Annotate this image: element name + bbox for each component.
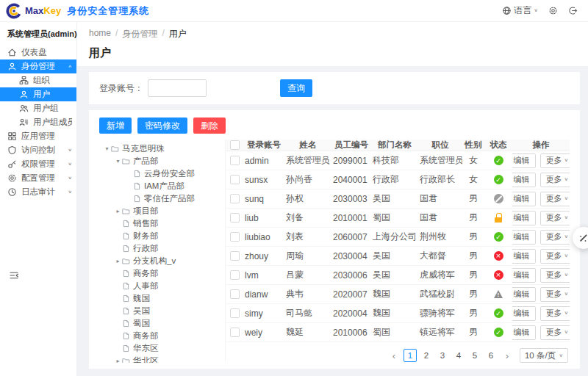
caret-icon[interactable]: ▾: [103, 145, 111, 152]
page-number[interactable]: 2: [420, 349, 433, 362]
row-checkbox[interactable]: [230, 156, 240, 165]
next-page-button[interactable]: ›: [501, 349, 514, 362]
caret-icon[interactable]: ▸: [114, 208, 122, 214]
col-position: 职位: [418, 140, 462, 151]
sidebar-item[interactable]: 用户: [0, 87, 76, 101]
page-size-select[interactable]: 10 条/页 ∨: [520, 348, 568, 363]
cell-login-account: sunq: [243, 194, 284, 204]
tree-node[interactable]: ▾ 产品部: [101, 155, 222, 167]
edit-button[interactable]: 编辑: [512, 268, 536, 283]
row-checkbox[interactable]: [230, 175, 240, 184]
tree-node[interactable]: ▸ 项目部: [101, 205, 222, 217]
cell-employee-no: 2030004: [331, 251, 371, 261]
sidebar-item[interactable]: 配置管理 ∨: [0, 171, 76, 185]
prev-page-button[interactable]: ‹: [387, 349, 401, 362]
edit-button[interactable]: 编辑: [512, 325, 536, 340]
edit-button[interactable]: 编辑: [512, 211, 536, 225]
tree-node[interactable]: ▾ 马克思明珠: [101, 142, 222, 155]
tree-node[interactable]: 行政部: [101, 242, 222, 255]
more-button[interactable]: 更多 ∨: [540, 153, 570, 168]
caret-icon[interactable]: ▸: [114, 358, 122, 363]
breadcrumb-item[interactable]: 身份管理: [122, 28, 157, 40]
tree-node[interactable]: 商务部: [101, 330, 222, 342]
row-checkbox[interactable]: [230, 270, 240, 280]
breadcrumb-separator: /: [162, 28, 164, 40]
breadcrumb-item[interactable]: 用户: [169, 28, 187, 40]
cell-gender: 男: [462, 269, 484, 281]
tree-node[interactable]: 商务部: [101, 267, 222, 280]
sidebar-item[interactable]: 访问控制 ∨: [0, 143, 76, 157]
cell-department: 吴国: [371, 192, 418, 205]
more-button-label: 更多: [546, 174, 562, 185]
sidebar-item[interactable]: 日志审计 ∨: [0, 185, 76, 199]
row-checkbox[interactable]: [230, 251, 240, 261]
sidebar-item[interactable]: 用户组: [0, 101, 76, 115]
more-button[interactable]: 更多 ∨: [540, 325, 570, 340]
tree-node[interactable]: 魏国: [101, 292, 222, 305]
login-account-input[interactable]: [148, 79, 207, 97]
tree-node-label: 产品部: [133, 156, 159, 167]
language-selector[interactable]: 语言 ∨: [502, 4, 538, 17]
row-checkbox[interactable]: [230, 232, 240, 242]
more-button[interactable]: 更多 ∨: [540, 287, 570, 302]
more-button[interactable]: 更多 ∨: [540, 306, 570, 321]
edit-button[interactable]: 编辑: [512, 192, 536, 206]
tree-node[interactable]: 华东区: [101, 342, 222, 355]
more-button[interactable]: 更多 ∨: [540, 249, 570, 264]
tree-node[interactable]: 财务部: [101, 230, 222, 242]
tree-node-label: 销售部: [133, 218, 159, 229]
change-password-button[interactable]: 密码修改: [137, 118, 187, 134]
cell-gender: 男: [462, 212, 484, 224]
sidebar-item[interactable]: 组织: [0, 73, 76, 87]
logout-icon[interactable]: [568, 6, 578, 15]
tree-node[interactable]: 零信任产品部: [101, 192, 222, 205]
row-checkbox[interactable]: [230, 194, 240, 203]
row-checkbox[interactable]: [230, 213, 240, 223]
more-button[interactable]: 更多 ∨: [540, 230, 570, 245]
page-number[interactable]: 6: [484, 349, 498, 362]
page-number[interactable]: 1: [404, 349, 417, 362]
tree-node[interactable]: 吴国: [101, 305, 222, 317]
add-button[interactable]: 新增: [99, 118, 132, 134]
row-checkbox[interactable]: [230, 328, 240, 337]
caret-icon[interactable]: ▾: [114, 158, 122, 164]
sidebar-item[interactable]: 用户组成员: [0, 115, 76, 129]
page-number[interactable]: 5: [468, 349, 481, 362]
tree-node[interactable]: 云身份安全部: [101, 167, 222, 180]
delete-button[interactable]: 删除: [193, 118, 226, 134]
tree-node[interactable]: 人事部: [101, 280, 222, 292]
edit-button[interactable]: 编辑: [512, 306, 536, 321]
search-button[interactable]: 查询: [280, 79, 312, 97]
settings-gear-icon[interactable]: [548, 6, 558, 15]
edit-button[interactable]: 编辑: [512, 230, 536, 245]
cell-position: 武猛校尉: [418, 288, 462, 300]
sidebar-collapse-button[interactable]: [9, 270, 19, 281]
sidebar-item[interactable]: 仪表盘: [0, 46, 76, 59]
select-all-checkbox[interactable]: [230, 140, 240, 150]
cell-gender: 男: [462, 288, 484, 300]
breadcrumb-item[interactable]: home: [89, 28, 111, 40]
caret-icon[interactable]: ▸: [114, 258, 122, 264]
more-button-label: 更多: [546, 212, 562, 223]
user-icon: [19, 90, 29, 99]
tree-node[interactable]: IAM产品部: [101, 180, 222, 192]
more-button[interactable]: 更多 ∨: [540, 211, 570, 225]
edit-button[interactable]: 编辑: [512, 173, 536, 187]
edit-button[interactable]: 编辑: [512, 249, 536, 264]
tree-node[interactable]: 销售部: [101, 217, 222, 230]
edit-button[interactable]: 编辑: [512, 153, 536, 168]
more-button[interactable]: 更多 ∨: [540, 192, 570, 206]
tree-node[interactable]: 蜀国: [101, 317, 222, 330]
tree-node[interactable]: ▸ 分支机构_v: [101, 255, 222, 267]
page-number[interactable]: 4: [452, 349, 465, 362]
edit-button[interactable]: 编辑: [512, 287, 536, 302]
row-checkbox[interactable]: [230, 289, 240, 299]
row-checkbox[interactable]: [230, 308, 240, 318]
sidebar-item[interactable]: 身份管理 ∧: [0, 59, 76, 73]
page-number[interactable]: 3: [436, 349, 449, 362]
sidebar-item[interactable]: 应用管理: [0, 129, 76, 143]
tree-node[interactable]: ▸ 华北区: [101, 355, 222, 363]
more-button[interactable]: 更多 ∨: [540, 173, 570, 187]
sidebar-item[interactable]: 权限管理 ∨: [0, 157, 76, 171]
more-button[interactable]: 更多 ∨: [540, 268, 570, 283]
